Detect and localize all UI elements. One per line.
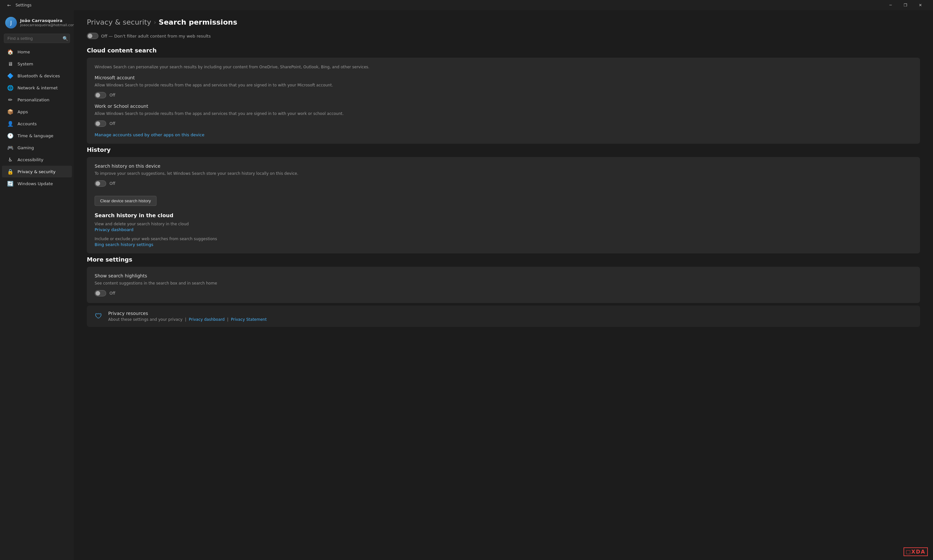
more-settings-title: More settings [87,256,920,263]
work-school-toggle-row: Off [95,120,912,127]
ms-account-row: Microsoft account Allow Windows Search t… [95,75,912,98]
shield-icon: 🛡 [93,311,104,321]
user-info: João Carrasqueira joaocarrasqueira@hotma… [20,18,74,27]
update-icon: 🔄 [7,180,14,187]
search-history-device-toggle[interactable] [95,180,106,187]
minimize-button[interactable]: ─ [883,0,898,10]
sidebar-item-privacy[interactable]: 🔒 Privacy & security [2,166,72,177]
sidebar-item-system[interactable]: 🖥 System [2,58,72,69]
filter-notice: Off — Don't filter adult content from my… [87,33,920,39]
sidebar-item-label-apps: Apps [17,109,28,114]
sidebar-item-accounts[interactable]: 👤 Accounts [2,118,72,129]
search-icon[interactable]: 🔍 [63,36,68,41]
search-history-device-label: Search history on this device [95,163,912,169]
breadcrumb: Privacy & security › Search permissions [87,18,920,26]
work-school-toggle[interactable] [95,120,106,127]
work-school-desc: Allow Windows Search to provide results … [95,111,912,117]
breadcrumb-separator: › [154,19,156,26]
search-input[interactable] [4,34,70,43]
privacy-dashboard-link[interactable]: Privacy dashboard [95,227,133,232]
show-highlights-label: Show search highlights [95,273,912,278]
sidebar-item-label-time: Time & language [17,133,54,138]
sidebar-item-label-accounts: Accounts [17,122,37,126]
cloud-history-include: Include or exclude your web searches fro… [95,236,912,247]
accessibility-icon: ♿ [7,156,14,163]
user-section: J João Carrasqueira joaocarrasqueira@hot… [0,13,74,34]
main-content: Privacy & security › Search permissions … [74,10,933,560]
safe-search-toggle[interactable] [87,33,99,39]
back-button[interactable]: ← [5,1,13,9]
show-highlights-desc: See content suggestions in the search bo… [95,280,912,286]
search-history-device-row: Search history on this device To improve… [95,163,912,187]
breadcrumb-current: Search permissions [159,18,237,26]
privacy-resources-title: Privacy resources [108,311,267,316]
more-settings-card: Show search highlights See content sugge… [87,267,920,303]
history-card: Search history on this device To improve… [87,157,920,254]
show-highlights-toggle-label: Off [109,291,115,295]
avatar: J [5,17,17,28]
sidebar-item-apps[interactable]: 📦 Apps [2,106,72,117]
work-school-toggle-label: Off [109,122,115,126]
cloud-history-view: View and delete your search history in t… [95,221,912,232]
manage-accounts-link[interactable]: Manage accounts used by other apps on th… [95,132,204,137]
apps-icon: 📦 [7,108,14,115]
ms-account-toggle-row: Off [95,92,912,98]
cloud-history-include-label: Include or exclude your web searches fro… [95,236,912,242]
sidebar-item-label-home: Home [17,49,30,54]
clear-device-history-button[interactable]: Clear device search history [95,196,156,206]
cloud-search-title: Cloud content search [87,47,920,54]
show-highlights-toggle[interactable] [95,290,106,297]
history-title: History [87,146,920,153]
sidebar-item-accessibility[interactable]: ♿ Accessibility [2,154,72,165]
titlebar: ← Settings ─ ❐ ✕ [0,0,933,10]
search-box: 🔍 [4,34,70,43]
ms-account-toggle[interactable] [95,92,106,98]
search-history-toggle-row: Off [95,180,912,187]
accounts-icon: 👤 [7,120,14,127]
sidebar-item-gaming[interactable]: 🎮 Gaming [2,142,72,154]
sidebar-item-label-gaming: Gaming [17,145,34,150]
sidebar-item-network[interactable]: 🌐 Network & internet [2,82,72,94]
breadcrumb-parent[interactable]: Privacy & security [87,18,151,26]
gaming-icon: 🎮 [7,145,14,151]
search-history-device-toggle-label: Off [109,181,115,186]
privacy-links-prefix: About these settings and your privacy [108,317,182,322]
cloud-history-view-label: View and delete your search history in t… [95,221,912,227]
nav-list: 🏠 Home 🖥 System 🔷 Bluetooth & devices 🌐 … [0,46,74,190]
ms-account-label: Microsoft account [95,75,912,80]
privacy-resources-links: About these settings and your privacy | … [108,317,267,322]
sidebar-item-home[interactable]: 🏠 Home [2,46,72,58]
personalization-icon: ✏️ [7,97,14,103]
sidebar-item-label-bluetooth: Bluetooth & devices [17,74,60,78]
sidebar-item-label-personalization: Personalization [17,97,49,102]
privacy-dashboard-resource-link[interactable]: Privacy dashboard [189,317,225,322]
sidebar-item-bluetooth[interactable]: 🔷 Bluetooth & devices [2,70,72,82]
user-name: João Carrasqueira [20,18,74,23]
xda-watermark: □XDA [904,548,928,556]
sidebar: J João Carrasqueira joaocarrasqueira@hot… [0,10,74,560]
cloud-search-card: Windows Search can personalize your sear… [87,58,920,144]
restore-button[interactable]: ❐ [898,0,913,10]
sidebar-item-time[interactable]: 🕐 Time & language [2,130,72,142]
sidebar-item-personalization[interactable]: ✏️ Personalization [2,94,72,106]
xda-logo: □XDA [904,548,928,556]
privacy-icon: 🔒 [7,168,14,175]
close-button[interactable]: ✕ [913,0,928,10]
privacy-resources-card: 🛡 Privacy resources About these settings… [87,306,920,327]
user-email: joaocarrasqueira@hotmail.com [20,23,74,27]
work-school-label: Work or School account [95,103,912,109]
sidebar-item-label-privacy: Privacy & security [17,169,56,174]
sidebar-item-label-update: Windows Update [17,181,53,186]
sidebar-item-label-system: System [17,62,33,66]
ms-account-desc: Allow Windows Search to provide results … [95,82,912,88]
privacy-statement-link[interactable]: Privacy Statement [231,317,267,322]
home-icon: 🏠 [7,49,14,55]
bing-settings-link[interactable]: Bing search history settings [95,242,153,247]
window-controls: ─ ❐ ✕ [883,0,928,10]
titlebar-title: Settings [15,3,31,8]
sidebar-item-label-network: Network & internet [17,85,58,90]
show-highlights-toggle-row: Off [95,290,912,297]
sidebar-item-update[interactable]: 🔄 Windows Update [2,178,72,189]
bluetooth-icon: 🔷 [7,72,14,79]
system-icon: 🖥 [7,60,14,67]
